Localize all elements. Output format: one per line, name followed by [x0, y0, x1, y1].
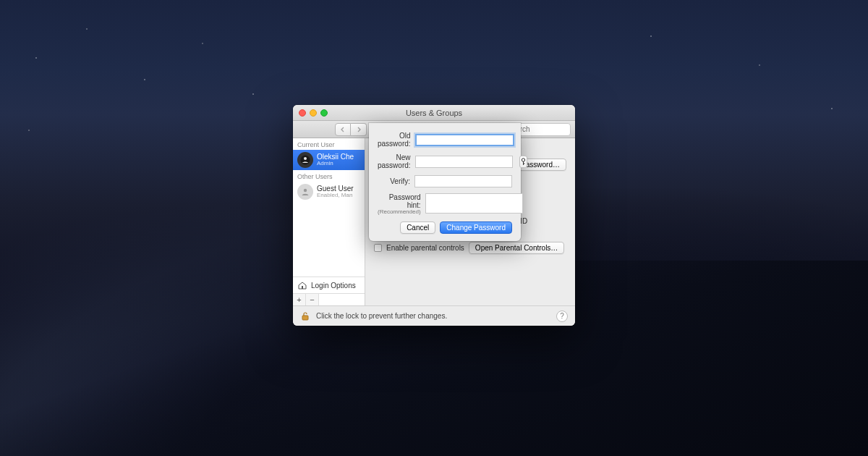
minimize-icon[interactable]: [310, 109, 317, 117]
cancel-button[interactable]: Cancel: [400, 221, 435, 234]
svg-rect-6: [302, 316, 308, 320]
help-button[interactable]: ?: [556, 311, 568, 322]
remove-user-button[interactable]: −: [306, 294, 319, 305]
new-password-label: New password:: [378, 153, 411, 169]
change-password-confirm-button[interactable]: Change Password: [440, 221, 512, 234]
lock-text: Click the lock to prevent further change…: [316, 312, 447, 320]
old-password-input[interactable]: [415, 134, 514, 146]
maximize-icon[interactable]: [320, 109, 328, 117]
chevron-left-icon: [340, 127, 346, 132]
verify-password-input[interactable]: [414, 175, 512, 187]
new-password-input[interactable]: [415, 156, 513, 168]
login-options[interactable]: Login Options: [293, 276, 365, 293]
svg-point-4: [304, 189, 307, 192]
svg-rect-5: [302, 286, 303, 289]
sidebar-item-guest[interactable]: Guest User Enabled, Man: [293, 182, 365, 202]
guest-sub: Enabled, Man: [317, 193, 354, 199]
avatar: [297, 152, 313, 168]
add-user-button[interactable]: +: [293, 294, 306, 305]
password-hint-input[interactable]: [425, 193, 523, 214]
user-sidebar: Current User Oleksii Che Admin Other Use…: [293, 138, 365, 305]
forward-button[interactable]: [351, 123, 367, 136]
password-assistant-button[interactable]: [519, 156, 527, 168]
user-avatar-icon: [300, 155, 310, 165]
guest-silhouette-icon: [300, 187, 310, 197]
lock-bar: Click the lock to prevent further change…: [293, 305, 575, 326]
back-button[interactable]: [335, 123, 351, 136]
sidebar-item-current-user[interactable]: Oleksii Che Admin: [293, 150, 365, 170]
chevron-right-icon: [356, 127, 362, 132]
hint-label: Password hint: (Recommended): [378, 193, 421, 216]
old-password-label: Old password:: [378, 132, 411, 148]
avatar: [297, 184, 313, 200]
open-parental-controls-button[interactable]: Open Parental Controls…: [469, 242, 565, 254]
sidebar-section-other: Other Users: [293, 170, 365, 182]
parental-controls-checkbox[interactable]: [374, 244, 382, 252]
login-options-label: Login Options: [311, 282, 356, 290]
user-role: Admin: [317, 161, 354, 167]
close-icon[interactable]: [299, 109, 306, 117]
svg-point-3: [304, 157, 307, 160]
verify-label: Verify:: [378, 177, 410, 185]
window-title: Users & Groups: [293, 109, 575, 117]
parental-controls-label: Enable parental controls: [386, 244, 464, 252]
unlocked-lock-icon[interactable]: [300, 311, 310, 321]
titlebar[interactable]: Users & Groups: [293, 105, 575, 121]
svg-point-7: [522, 158, 524, 161]
sidebar-section-current: Current User: [293, 138, 365, 150]
change-password-sheet: Old password: New password: Verify: Pass…: [369, 123, 521, 241]
house-icon: [297, 280, 307, 290]
key-icon: [520, 158, 527, 166]
